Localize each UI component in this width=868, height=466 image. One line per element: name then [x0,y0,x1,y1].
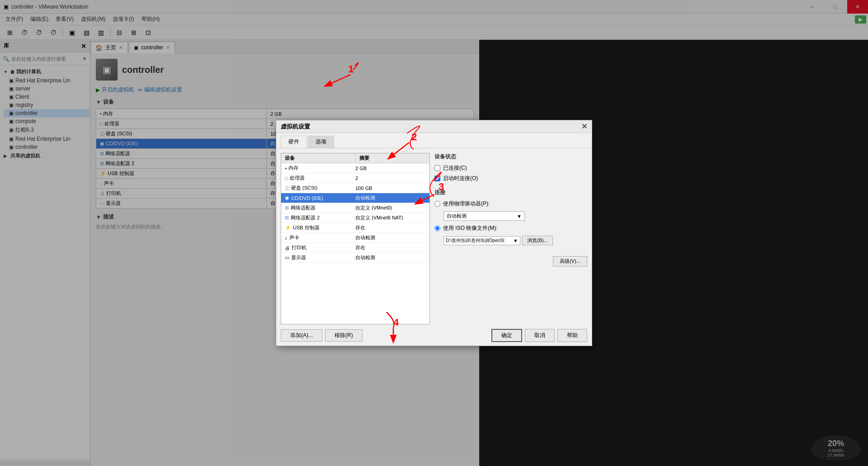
device-summary-hdd: 100 GB [355,185,426,191]
vm-settings-dialog: 虚拟机设置 ✕ 硬件 选项 设备 摘要 ▪ 内存 [276,120,592,346]
device-name-sound: ♪ 声卡 [285,234,355,241]
device-summary-mem: 2 GB [355,166,426,171]
printer-device-icon: 🖨 [285,245,290,251]
ok-button[interactable]: 确定 [491,329,522,342]
connection-section: 连接 使用物理驱动器(P): 自动检测 ▼ 使用 ISO 映像文件(M): [434,189,587,266]
dialog-close-button[interactable]: ✕ [581,122,587,131]
cpu-device-icon: □ [285,176,288,181]
col-device: 设备 [281,153,356,163]
iso-path-row: D:\贵州培训\贵州培训OpenSt: ▼ 浏览(B)... [443,236,587,245]
dialog-device-row-mem[interactable]: ▪ 内存 2 GB [281,163,429,173]
device-status-title: 设备状态 [434,153,587,161]
dialog-tabs: 硬件 选项 [276,133,592,148]
net1-device-icon: ⊞ [285,205,289,211]
dialog-device-row-net1[interactable]: ⊞ 网络适配器 自定义 (VMnet0) [281,203,429,213]
dialog-right-panel: 设备状态 已连接(C) 启动时连接(O) 连接 使用物理驱动器(P): [434,153,587,324]
dialog-tab-hardware[interactable]: 硬件 [281,136,307,148]
device-name-cdrom: ◉ CD/DVD (IDE) [285,195,355,201]
usb-device-icon: ⚡ [285,225,291,231]
device-name-monitor: ▭ 显示器 [285,254,355,261]
dialog-title-bar: 虚拟机设置 ✕ [276,120,592,133]
net2-device-icon: ⊞ [285,215,289,221]
device-summary-cdrom: 自动检测 [355,195,426,201]
cancel-button[interactable]: 取消 [525,329,555,342]
dialog-device-row-cpu[interactable]: □ 处理器 2 [281,173,429,183]
dialog-device-row-sound[interactable]: ♪ 声卡 自动检测 [281,233,429,243]
dialog-device-row-printer[interactable]: 🖨 打印机 存在 [281,243,429,253]
device-name-usb: ⚡ USB 控制器 [285,224,355,231]
dialog-device-row-net2[interactable]: ⊞ 网络适配器 2 自定义 (VMnet8 NAT) [281,213,429,223]
add-button[interactable]: 添加(A)... [281,329,322,342]
hdd-device-icon: ◫ [285,185,289,191]
connect-on-power-label: 启动时连接(O) [443,175,478,182]
connect-on-power-checkbox-row: 启动时连接(O) [434,175,587,182]
help-button[interactable]: 帮助 [557,329,587,342]
dialog-device-row-hdd[interactable]: ◫ 硬盘 (SCSI) 100 GB [281,183,429,193]
dialog-device-row-monitor[interactable]: ▭ 显示器 自动检测 [281,253,429,263]
sound-device-icon: ♪ [285,235,288,241]
device-name-net1: ⊞ 网络适配器 [285,204,355,211]
remove-button[interactable]: 移除(R) [325,329,363,342]
iso-path-value: D:\贵州培训\贵州培训OpenSt: [446,238,505,244]
device-summary-sound: 自动检测 [355,234,426,241]
physical-drive-radio[interactable] [434,201,440,207]
advanced-button[interactable]: 高级(V)... [553,256,587,266]
dropdown-arrow-icon: ▼ [517,214,522,219]
device-name-net2: ⊞ 网络适配器 2 [285,214,355,221]
dialog-tab-options[interactable]: 选项 [308,136,334,148]
dialog-footer: 添加(A)... 移除(R) 确定 取消 帮助 [276,329,592,346]
device-summary-usb: 存在 [355,224,426,231]
iso-path-dropdown[interactable]: D:\贵州培训\贵州培训OpenSt: ▼ [443,236,520,245]
device-summary-net2: 自定义 (VMnet8 NAT) [355,214,426,221]
iso-radio-row: 使用 ISO 映像文件(M): [434,224,587,232]
dialog-device-row-cdrom[interactable]: ◉ CD/DVD (IDE) 自动检测 [281,193,429,203]
device-name-mem: ▪ 内存 [285,165,355,171]
device-summary-monitor: 自动检测 [355,254,426,261]
col-summary: 摘要 [356,153,430,163]
device-name-hdd: ◫ 硬盘 (SCSI) [285,185,355,191]
iso-dropdown-arrow-icon: ▼ [513,238,518,243]
physical-drive-radio-row: 使用物理驱动器(P): [434,200,587,208]
device-summary-printer: 存在 [355,244,426,251]
dialog-device-row-usb[interactable]: ⚡ USB 控制器 存在 [281,223,429,233]
device-name-cpu: □ 处理器 [285,175,355,181]
iso-label: 使用 ISO 映像文件(M): [443,224,498,232]
iso-radio[interactable] [434,225,440,231]
monitor-device-icon: ▭ [285,255,289,261]
dialog-device-list: 设备 摘要 ▪ 内存 2 GB □ 处理器 2 [281,153,430,324]
dialog-body: 设备 摘要 ▪ 内存 2 GB □ 处理器 2 [276,148,592,329]
connected-label: 已连接(C) [443,164,467,172]
dialog-title: 虚拟机设置 [281,123,310,131]
device-summary-cpu: 2 [355,176,426,181]
mem-device-icon: ▪ [285,165,287,171]
device-summary-net1: 自定义 (VMnet0) [355,204,426,211]
physical-drive-label: 使用物理驱动器(P): [443,200,490,208]
connected-checkbox[interactable] [434,165,440,171]
auto-detect-dropdown[interactable]: 自动检测 ▼ [443,211,525,221]
auto-detect-value: 自动检测 [447,213,467,219]
cdrom-device-icon: ◉ [285,195,289,201]
browse-button[interactable]: 浏览(B)... [522,236,553,245]
connection-title: 连接 [434,189,587,196]
dialog-list-header: 设备 摘要 [281,153,429,163]
dialog-overlay: 虚拟机设置 ✕ 硬件 选项 设备 摘要 ▪ 内存 [0,0,868,466]
connected-checkbox-row: 已连接(C) [434,164,587,172]
device-name-printer: 🖨 打印机 [285,244,355,251]
connect-on-power-checkbox[interactable] [434,176,440,181]
